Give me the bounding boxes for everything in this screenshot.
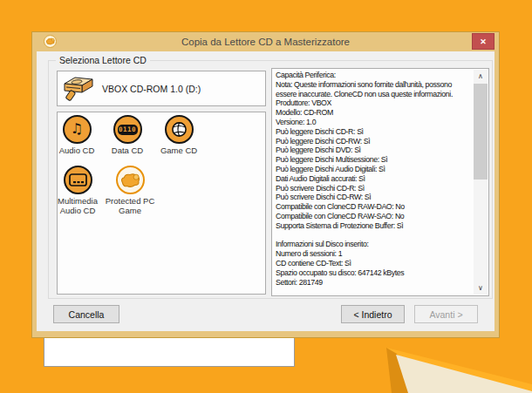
data-cd-icon: 0110 [113, 115, 142, 144]
audio-cd-icon: ♫ [63, 115, 92, 144]
clonecd-wizard-dialog: Copia da Lettore CD a Masterizzatore ✕ S… [31, 31, 500, 338]
sheep-icon [119, 173, 140, 188]
binary-digits: 0110 [119, 126, 136, 133]
cd-type-game[interactable]: Game CD [151, 115, 207, 156]
select-reader-groupbox: Seleziona Lettore CD VBOX CD-ROM 1.0 (D:… [48, 60, 493, 299]
info-scrollbar[interactable]: ∧ ∨ [474, 70, 488, 295]
device-info-panel: Capacità Periferica: Nota: Queste inform… [271, 68, 489, 296]
groupbox-label: Seleziona Lettore CD [56, 55, 150, 65]
cd-type-label: Audio CD [59, 146, 95, 156]
window-title: Copia da Lettore CD a Masterizzatore [32, 32, 499, 51]
drive-label: VBOX CD-ROM 1.0 (D:) [102, 84, 201, 94]
drive-select-button[interactable]: VBOX CD-ROM 1.0 (D:) [57, 71, 266, 106]
cd-type-label: Protected PC Game [99, 197, 160, 215]
chevron-up-icon: ∧ [478, 72, 483, 80]
protected-game-icon [116, 166, 145, 194]
binary-pill-icon: 0110 [118, 125, 138, 135]
ball-icon [171, 121, 188, 138]
cd-type-label: Multimedia Audio CD [50, 197, 106, 215]
screen-icon [69, 173, 87, 186]
cancel-button[interactable]: Cancella [53, 305, 119, 323]
dialog-content: Seleziona Lettore CD VBOX CD-ROM 1.0 (D:… [37, 51, 494, 331]
close-icon: ✕ [480, 37, 487, 46]
chevron-down-icon: ∨ [478, 284, 483, 292]
music-note-icon: ♫ [71, 122, 83, 136]
next-button: Avanti > [414, 305, 478, 323]
title-bar[interactable]: Copia da Lettore CD a Masterizzatore ✕ [32, 32, 499, 51]
cd-type-protected[interactable]: Protected PC Game [99, 166, 160, 215]
cd-type-listbox: ♫ Audio CD 0110 Data CD [57, 112, 266, 295]
cd-type-data[interactable]: 0110 Data CD [99, 115, 155, 156]
multimedia-cd-icon [64, 166, 92, 194]
background-window-fragment[interactable] [44, 337, 295, 367]
desktop: Copia da Lettore CD a Masterizzatore ✕ S… [0, 0, 532, 393]
info-text: Capacità Periferica: Nota: Queste inform… [276, 71, 472, 294]
cd-drive-icon [62, 75, 95, 103]
back-button[interactable]: < Indietro [341, 305, 405, 323]
cd-type-multimedia[interactable]: Multimedia Audio CD [50, 166, 106, 215]
scroll-down-arrow[interactable]: ∨ [474, 281, 488, 295]
cd-type-label: Data CD [112, 146, 143, 156]
scroll-up-arrow[interactable]: ∧ [474, 70, 488, 83]
cd-type-label: Game CD [160, 146, 197, 156]
cd-type-audio[interactable]: ♫ Audio CD [49, 115, 105, 156]
game-cd-icon [165, 115, 194, 144]
scrollbar-thumb[interactable] [474, 84, 488, 180]
close-button[interactable]: ✕ [472, 33, 494, 50]
